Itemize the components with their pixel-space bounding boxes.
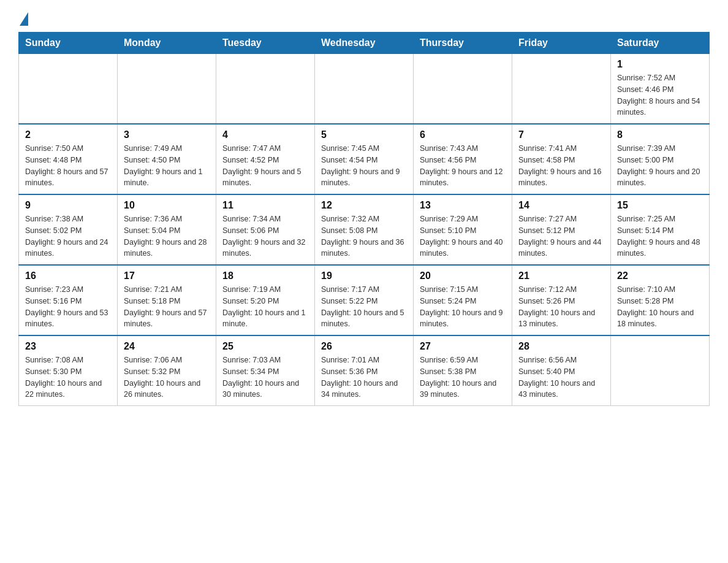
day-number: 22 — [617, 270, 703, 282]
calendar-day-cell: 21Sunrise: 7:12 AMSunset: 5:26 PMDayligh… — [512, 265, 611, 335]
calendar-day-cell: 8Sunrise: 7:39 AMSunset: 5:00 PMDaylight… — [611, 124, 710, 194]
day-number: 14 — [518, 200, 604, 211]
calendar-day-cell: 3Sunrise: 7:49 AMSunset: 4:50 PMDaylight… — [118, 124, 216, 194]
day-number: 6 — [420, 129, 506, 140]
calendar-day-cell: 1Sunrise: 7:52 AMSunset: 4:46 PMDaylight… — [611, 54, 710, 124]
day-number: 28 — [518, 341, 604, 352]
calendar-day-cell: 11Sunrise: 7:34 AMSunset: 5:06 PMDayligh… — [216, 194, 315, 265]
day-number: 5 — [321, 129, 407, 140]
calendar-day-cell — [118, 54, 216, 124]
day-info: Sunrise: 7:47 AMSunset: 4:52 PMDaylight:… — [222, 143, 308, 189]
calendar-header-row: SundayMondayTuesdayWednesdayThursdayFrid… — [19, 33, 710, 54]
calendar-day-cell: 14Sunrise: 7:27 AMSunset: 5:12 PMDayligh… — [512, 194, 611, 265]
day-info: Sunrise: 7:03 AMSunset: 5:34 PMDaylight:… — [222, 354, 308, 400]
day-of-week-header: Wednesday — [315, 33, 414, 54]
day-info: Sunrise: 7:19 AMSunset: 5:20 PMDaylight:… — [222, 284, 308, 330]
day-of-week-header: Saturday — [611, 33, 710, 54]
day-number: 7 — [518, 129, 604, 140]
calendar-day-cell: 26Sunrise: 7:01 AMSunset: 5:36 PMDayligh… — [315, 335, 414, 406]
calendar-day-cell: 24Sunrise: 7:06 AMSunset: 5:32 PMDayligh… — [118, 335, 216, 406]
day-number: 8 — [617, 129, 703, 140]
day-info: Sunrise: 7:49 AMSunset: 4:50 PMDaylight:… — [124, 143, 210, 189]
calendar-week-row: 2Sunrise: 7:50 AMSunset: 4:48 PMDaylight… — [19, 124, 710, 194]
calendar-week-row: 1Sunrise: 7:52 AMSunset: 4:46 PMDaylight… — [19, 54, 710, 124]
day-number: 24 — [124, 341, 210, 352]
calendar-day-cell: 13Sunrise: 7:29 AMSunset: 5:10 PMDayligh… — [414, 194, 512, 265]
day-info: Sunrise: 7:39 AMSunset: 5:00 PMDaylight:… — [617, 143, 703, 189]
day-number: 13 — [420, 200, 506, 211]
day-info: Sunrise: 7:29 AMSunset: 5:10 PMDaylight:… — [420, 213, 506, 259]
day-info: Sunrise: 7:06 AMSunset: 5:32 PMDaylight:… — [124, 354, 210, 400]
day-number: 21 — [518, 270, 604, 282]
calendar-day-cell: 9Sunrise: 7:38 AMSunset: 5:02 PMDaylight… — [19, 194, 118, 265]
calendar-day-cell: 4Sunrise: 7:47 AMSunset: 4:52 PMDaylight… — [216, 124, 315, 194]
day-number: 4 — [222, 129, 308, 140]
day-number: 2 — [25, 129, 111, 140]
calendar-day-cell: 19Sunrise: 7:17 AMSunset: 5:22 PMDayligh… — [315, 265, 414, 335]
calendar-day-cell — [216, 54, 315, 124]
day-info: Sunrise: 7:32 AMSunset: 5:08 PMDaylight:… — [321, 213, 407, 259]
day-number: 23 — [25, 341, 111, 352]
day-number: 17 — [124, 270, 210, 282]
calendar-day-cell: 23Sunrise: 7:08 AMSunset: 5:30 PMDayligh… — [19, 335, 118, 406]
calendar-day-cell: 25Sunrise: 7:03 AMSunset: 5:34 PMDayligh… — [216, 335, 315, 406]
day-info: Sunrise: 7:12 AMSunset: 5:26 PMDaylight:… — [518, 284, 604, 330]
day-number: 10 — [124, 200, 210, 211]
day-info: Sunrise: 7:23 AMSunset: 5:16 PMDaylight:… — [25, 284, 111, 330]
day-info: Sunrise: 7:52 AMSunset: 4:46 PMDaylight:… — [617, 72, 703, 118]
day-number: 25 — [222, 341, 308, 352]
page-header — [18, 12, 710, 26]
day-info: Sunrise: 7:38 AMSunset: 5:02 PMDaylight:… — [25, 213, 111, 259]
calendar-day-cell: 28Sunrise: 6:56 AMSunset: 5:40 PMDayligh… — [512, 335, 611, 406]
day-number: 20 — [420, 270, 506, 282]
calendar-day-cell: 16Sunrise: 7:23 AMSunset: 5:16 PMDayligh… — [19, 265, 118, 335]
day-number: 3 — [124, 129, 210, 140]
calendar-day-cell: 12Sunrise: 7:32 AMSunset: 5:08 PMDayligh… — [315, 194, 414, 265]
day-number: 26 — [321, 341, 407, 352]
day-info: Sunrise: 7:17 AMSunset: 5:22 PMDaylight:… — [321, 284, 407, 330]
day-number: 11 — [222, 200, 308, 211]
day-number: 18 — [222, 270, 308, 282]
day-of-week-header: Sunday — [19, 33, 118, 54]
calendar-day-cell: 22Sunrise: 7:10 AMSunset: 5:28 PMDayligh… — [611, 265, 710, 335]
day-info: Sunrise: 6:56 AMSunset: 5:40 PMDaylight:… — [518, 354, 604, 400]
day-info: Sunrise: 7:45 AMSunset: 4:54 PMDaylight:… — [321, 143, 407, 189]
calendar-day-cell: 6Sunrise: 7:43 AMSunset: 4:56 PMDaylight… — [414, 124, 512, 194]
calendar-week-row: 16Sunrise: 7:23 AMSunset: 5:16 PMDayligh… — [19, 265, 710, 335]
calendar-week-row: 9Sunrise: 7:38 AMSunset: 5:02 PMDaylight… — [19, 194, 710, 265]
day-info: Sunrise: 7:25 AMSunset: 5:14 PMDaylight:… — [617, 213, 703, 259]
calendar-day-cell — [19, 54, 118, 124]
calendar-day-cell: 17Sunrise: 7:21 AMSunset: 5:18 PMDayligh… — [118, 265, 216, 335]
day-of-week-header: Monday — [118, 33, 216, 54]
day-info: Sunrise: 7:41 AMSunset: 4:58 PMDaylight:… — [518, 143, 604, 189]
calendar-day-cell: 20Sunrise: 7:15 AMSunset: 5:24 PMDayligh… — [414, 265, 512, 335]
calendar-day-cell: 18Sunrise: 7:19 AMSunset: 5:20 PMDayligh… — [216, 265, 315, 335]
day-number: 19 — [321, 270, 407, 282]
day-info: Sunrise: 7:27 AMSunset: 5:12 PMDaylight:… — [518, 213, 604, 259]
calendar-day-cell: 5Sunrise: 7:45 AMSunset: 4:54 PMDaylight… — [315, 124, 414, 194]
calendar-day-cell — [414, 54, 512, 124]
day-info: Sunrise: 7:08 AMSunset: 5:30 PMDaylight:… — [25, 354, 111, 400]
day-of-week-header: Tuesday — [216, 33, 315, 54]
day-info: Sunrise: 7:01 AMSunset: 5:36 PMDaylight:… — [321, 354, 407, 400]
day-number: 12 — [321, 200, 407, 211]
day-of-week-header: Thursday — [414, 33, 512, 54]
calendar-day-cell — [315, 54, 414, 124]
logo — [18, 12, 29, 26]
day-number: 9 — [25, 200, 111, 211]
day-info: Sunrise: 7:36 AMSunset: 5:04 PMDaylight:… — [124, 213, 210, 259]
calendar-table: SundayMondayTuesdayWednesdayThursdayFrid… — [18, 32, 710, 406]
logo-triangle-icon — [20, 12, 28, 26]
calendar-day-cell: 15Sunrise: 7:25 AMSunset: 5:14 PMDayligh… — [611, 194, 710, 265]
day-info: Sunrise: 7:34 AMSunset: 5:06 PMDaylight:… — [222, 213, 308, 259]
day-of-week-header: Friday — [512, 33, 611, 54]
day-info: Sunrise: 7:50 AMSunset: 4:48 PMDaylight:… — [25, 143, 111, 189]
day-info: Sunrise: 7:43 AMSunset: 4:56 PMDaylight:… — [420, 143, 506, 189]
calendar-day-cell: 10Sunrise: 7:36 AMSunset: 5:04 PMDayligh… — [118, 194, 216, 265]
calendar-day-cell: 2Sunrise: 7:50 AMSunset: 4:48 PMDaylight… — [19, 124, 118, 194]
day-info: Sunrise: 7:10 AMSunset: 5:28 PMDaylight:… — [617, 284, 703, 330]
calendar-week-row: 23Sunrise: 7:08 AMSunset: 5:30 PMDayligh… — [19, 335, 710, 406]
calendar-day-cell: 7Sunrise: 7:41 AMSunset: 4:58 PMDaylight… — [512, 124, 611, 194]
calendar-day-cell — [611, 335, 710, 406]
day-number: 15 — [617, 200, 703, 211]
